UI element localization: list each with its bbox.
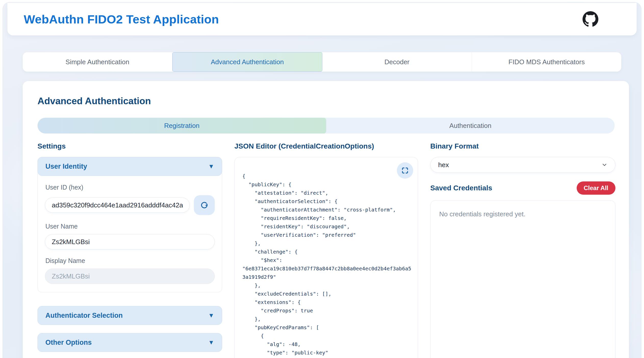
app-title: WebAuthn FIDO2 Test Application xyxy=(24,12,219,26)
accordion-authenticator-selection[interactable]: Authenticator Selection ▼ xyxy=(37,306,222,325)
user-id-input[interactable] xyxy=(45,197,190,213)
binary-format-select[interactable]: hex xyxy=(430,157,615,173)
chevron-down-icon xyxy=(601,162,608,168)
json-editor-heading: JSON Editor (CredentialCreationOptions) xyxy=(234,142,418,150)
tab-simple-authentication[interactable]: Simple Authentication xyxy=(23,52,172,72)
mode-tabs: Registration Authentication xyxy=(37,118,615,134)
user-id-label: User ID (hex) xyxy=(45,184,215,191)
binary-format-heading: Binary Format xyxy=(430,142,615,150)
github-icon xyxy=(583,11,598,27)
user-id-row xyxy=(45,195,215,215)
json-editor-column: JSON Editor (CredentialCreationOptions) … xyxy=(234,142,418,358)
tab-registration[interactable]: Registration xyxy=(37,118,326,134)
json-editor-content[interactable]: { "publicKey": { "attestation": "direct"… xyxy=(242,172,410,358)
clear-all-button[interactable]: Clear All xyxy=(577,181,615,195)
app-header: WebAuthn FIDO2 Test Application xyxy=(7,3,637,35)
accordion-other-options[interactable]: Other Options ▼ xyxy=(37,333,222,352)
binary-format-value: hex xyxy=(438,161,449,169)
caret-down-icon: ▼ xyxy=(208,312,214,319)
advanced-authentication-panel: Advanced Authentication Registration Aut… xyxy=(23,81,629,358)
tab-decoder[interactable]: Decoder xyxy=(322,52,472,72)
settings-heading: Settings xyxy=(37,142,222,150)
user-name-label: User Name xyxy=(45,223,215,230)
saved-credentials-heading: Saved Credentials xyxy=(430,184,492,192)
caret-down-icon: ▼ xyxy=(208,339,214,346)
expand-icon xyxy=(401,167,409,174)
saved-credentials-header: Saved Credentials Clear All xyxy=(430,181,615,195)
json-editor[interactable]: { "publicKey": { "attestation": "direct"… xyxy=(234,157,418,358)
tab-advanced-authentication[interactable]: Advanced Authentication xyxy=(172,52,322,72)
accordion-user-identity-label: User Identity xyxy=(45,163,87,170)
app-container: WebAuthn FIDO2 Test Application Simple A… xyxy=(3,2,641,358)
accordion-user-identity[interactable]: User Identity ▼ xyxy=(37,157,222,176)
display-name-label: Display Name xyxy=(45,257,215,264)
accordion-other-options-label: Other Options xyxy=(45,339,92,347)
regenerate-user-id-button[interactable] xyxy=(194,195,215,215)
saved-credentials-panel: No credentials registered yet. xyxy=(430,200,615,358)
tab-authentication[interactable]: Authentication xyxy=(326,118,615,134)
github-link[interactable] xyxy=(583,11,598,27)
caret-down-icon: ▼ xyxy=(208,163,214,169)
user-identity-panel: User ID (hex) User Name D xyxy=(37,173,222,292)
accordion-authenticator-selection-label: Authenticator Selection xyxy=(45,312,123,320)
output-column: Binary Format hex Saved Credentials Clea… xyxy=(430,142,615,358)
fullscreen-button[interactable] xyxy=(397,162,413,179)
empty-credentials-message: No credentials registered yet. xyxy=(439,210,607,218)
user-name-input[interactable] xyxy=(45,234,215,249)
main-nav-tabs: Simple Authentication Advanced Authentic… xyxy=(23,52,621,72)
tab-fido-mds-authenticators[interactable]: FIDO MDS Authenticators xyxy=(472,52,621,72)
page-title: Advanced Authentication xyxy=(37,96,615,107)
refresh-icon xyxy=(200,201,209,210)
settings-column: Settings User Identity ▼ User ID (hex) xyxy=(37,142,222,352)
display-name-input[interactable] xyxy=(45,269,215,284)
content-columns: Settings User Identity ▼ User ID (hex) xyxy=(37,142,615,358)
